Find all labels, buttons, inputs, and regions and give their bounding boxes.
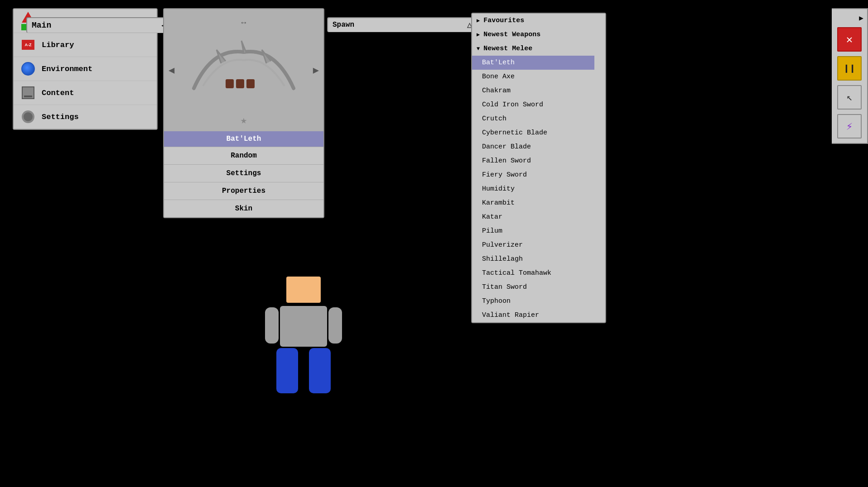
library-item-pilum[interactable]: Pilum: [472, 224, 594, 238]
environment-label: Environment: [42, 65, 92, 73]
spawn-panel: Spawn △ ✕ ↔ ◀ ▶ ★: [163, 8, 324, 218]
spawn-title-label: Spawn: [333, 21, 354, 29]
right-lightning-btn[interactable]: ⚡: [837, 114, 862, 138]
main-title-label: Main: [32, 21, 51, 30]
library-item-bone-axe[interactable]: Bone Axe: [472, 70, 594, 84]
library-item-karambit[interactable]: Karambit: [472, 196, 594, 210]
library-item-dancer-blade[interactable]: Dancer Blade: [472, 140, 594, 154]
library-item-titan-sword[interactable]: Titan Sword: [472, 280, 594, 294]
library-az-icon: A-Z: [22, 40, 34, 50]
content-rect-icon: [22, 86, 34, 99]
svg-rect-5: [265, 307, 279, 344]
spawn-next-btn[interactable]: ▶: [313, 64, 319, 76]
library-item-humidity[interactable]: Humidity: [472, 182, 594, 196]
spawn-skin-btn[interactable]: Skin: [164, 200, 323, 217]
main-panel: Main ◀ Spawn A-Z Library Environment: [13, 8, 158, 130]
batleth-preview: [164, 9, 323, 131]
spawn-settings-btn[interactable]: Settings: [164, 164, 323, 182]
library-item-crutch[interactable]: Crutch: [472, 112, 594, 126]
library-item-valiant-rapier[interactable]: Valiant Rapier: [472, 308, 594, 322]
gear-icon: [22, 110, 34, 123]
favourites-label: Favourites: [483, 17, 524, 24]
environment-icon: [20, 61, 36, 77]
pause-icon: ❙❙: [844, 62, 856, 75]
svg-rect-6: [328, 307, 342, 344]
spawn-random-btn[interactable]: Random: [164, 147, 323, 164]
library-item-shillelagh[interactable]: Shillelagh: [472, 252, 594, 266]
lightning-icon: ⚡: [846, 120, 853, 133]
library-item-batleth[interactable]: Bat'Leth: [472, 56, 594, 70]
settings-icon: [20, 109, 36, 125]
main-panel-title: Main ◀: [26, 17, 171, 33]
spawn-preview-area: ↔ ◀ ▶ ★: [164, 9, 323, 131]
spawn-star-rating[interactable]: ★: [241, 114, 247, 127]
library-item-chakram[interactable]: Chakram: [472, 84, 594, 98]
spawn-prev-btn[interactable]: ◀: [169, 64, 174, 76]
close-x-icon: ✕: [846, 33, 853, 46]
svg-rect-0: [226, 79, 234, 88]
menu-item-content[interactable]: Content: [14, 81, 157, 105]
spawn-horizontal-arrow: ↔: [241, 18, 246, 27]
menu-item-settings[interactable]: Settings: [14, 105, 157, 129]
library-item-cold-iron-sword[interactable]: Cold Iron Sword: [472, 98, 594, 112]
library-item-pulverizer[interactable]: Pulverizer: [472, 238, 594, 252]
favourites-triangle-icon: ▶: [477, 17, 480, 24]
svg-rect-2: [246, 79, 255, 88]
content-icon: [20, 85, 36, 101]
library-item-katar[interactable]: Katar: [472, 210, 594, 224]
globe-icon: [21, 62, 35, 76]
library-category-newest-weapons[interactable]: ▶ Newest Weapons: [472, 28, 605, 42]
newest-melee-triangle-icon: ▼: [477, 46, 480, 52]
svg-rect-4: [280, 306, 327, 347]
spawn-panel-title: Spawn △ ✕: [327, 17, 488, 32]
library-item-fiery-sword[interactable]: Fiery Sword: [472, 168, 594, 182]
spawn-selected-name[interactable]: Bat'Leth: [164, 131, 323, 147]
library-item-tactical-tomahawk[interactable]: Tactical Tomahawk: [472, 266, 594, 280]
right-close-btn[interactable]: ✕: [837, 27, 862, 52]
character-figure: [263, 277, 344, 406]
svg-rect-3: [286, 277, 321, 303]
right-panel: ▶ ✕ ❙❙ ↖ ⚡: [832, 8, 868, 144]
spawn-properties-btn[interactable]: Properties: [164, 182, 323, 200]
newest-weapons-label: Newest Weapons: [483, 31, 540, 38]
library-item-typhoon[interactable]: Typhoon: [472, 294, 594, 308]
menu-item-library[interactable]: A-Z Library: [14, 33, 157, 57]
library-category-newest-melee[interactable]: ▼ Newest Melee: [472, 42, 605, 56]
character-svg: [263, 277, 344, 403]
library-item-fallen-sword[interactable]: Fallen Sword: [472, 154, 594, 168]
content-label: Content: [42, 89, 74, 97]
library-category-favourites[interactable]: ▶ Favourites: [472, 14, 605, 28]
library-label: Library: [42, 41, 74, 49]
menu-item-environment[interactable]: Environment: [14, 57, 157, 81]
cursor-icon: ↖: [846, 91, 852, 104]
library-item-cybernetic-blade[interactable]: Cybernetic Blade: [472, 126, 594, 140]
settings-label: Settings: [42, 113, 79, 121]
svg-rect-1: [236, 79, 244, 88]
library-panel: Library ▢ △ ✕ ▶ Favourites ▶ Newest Weap…: [471, 13, 606, 323]
batleth-svg: [185, 38, 303, 102]
library-icon: A-Z: [20, 37, 36, 53]
library-tree: ▶ Favourites ▶ Newest Weapons ▼ Newest M…: [472, 14, 605, 322]
newest-melee-label: Newest Melee: [483, 45, 532, 53]
svg-rect-7: [276, 348, 298, 393]
right-cursor-btn[interactable]: ↖: [837, 85, 862, 110]
right-pause-btn[interactable]: ❙❙: [837, 56, 862, 81]
newest-weapons-triangle-icon: ▶: [477, 31, 480, 38]
svg-rect-8: [309, 348, 331, 393]
right-panel-arrow[interactable]: ▶: [859, 14, 863, 23]
